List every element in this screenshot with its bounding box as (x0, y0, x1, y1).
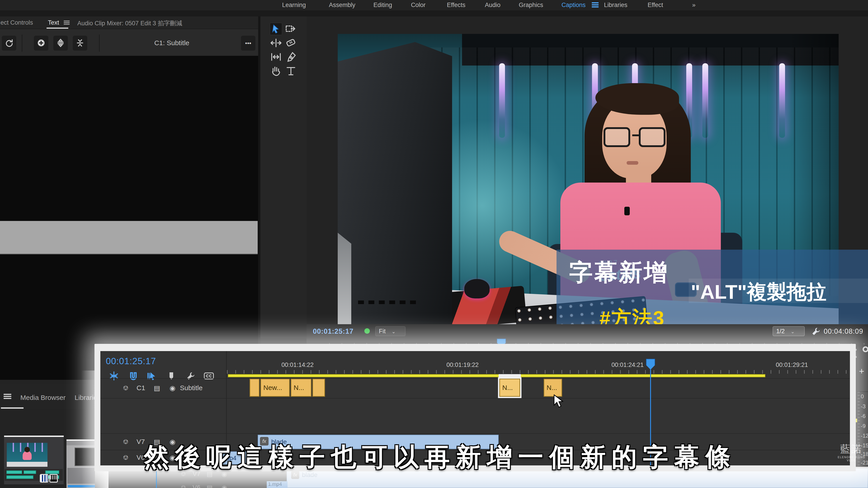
captions-cc-icon[interactable] (204, 371, 214, 381)
refresh-captions-button[interactable] (2, 36, 16, 51)
workspace-tab-audio[interactable]: Audio (485, 2, 500, 8)
pen-tool[interactable] (285, 51, 297, 63)
workspace-bar: Learning Assembly Editing Color Effects … (0, 0, 868, 10)
presenter-mouth (627, 161, 638, 165)
panel-divider[interactable] (258, 17, 260, 380)
caption-track-header-label: C1: Subtitle (133, 39, 210, 47)
caption-clip[interactable]: N... (544, 379, 562, 397)
playback-resolution-dropdown[interactable]: 1/2⌄ (773, 326, 805, 336)
active-tab-underline (1, 408, 24, 409)
glasses-bridge (632, 134, 640, 136)
lock-icon[interactable]: ⎊ (181, 484, 186, 488)
nest-sequences-icon[interactable] (109, 371, 119, 381)
snap-magnet-icon[interactable] (128, 371, 138, 381)
ruler-label: 00:01:14:22 (281, 361, 314, 368)
workspace-tab-editing[interactable]: Editing (373, 2, 392, 8)
program-timecode[interactable]: 00:01:25:17 (313, 327, 353, 335)
workspace-overflow-chevron-icon[interactable]: » (692, 2, 695, 8)
chevron-down-icon: ⌄ (791, 329, 795, 334)
tools-panel (260, 17, 307, 338)
ruler-ticks[interactable] (227, 370, 850, 374)
thumbnail-video-preview (7, 443, 48, 467)
tab-text[interactable]: Text (48, 19, 59, 26)
type-tool[interactable] (285, 65, 297, 77)
playhead-head[interactable] (646, 359, 655, 369)
workspace-tab-learning[interactable]: Learning (282, 2, 306, 8)
status-dot (364, 328, 370, 334)
thumbnail-presenter (23, 451, 32, 460)
more-options-button[interactable]: ••• (241, 36, 255, 51)
meter-knob-icon (863, 346, 868, 352)
slip-tool[interactable] (270, 51, 282, 63)
workspace-tab-captions[interactable]: Captions (561, 2, 586, 8)
burned-in-subtitle-text: 然後呢這樣子也可以再新增一個新的字幕條 (144, 440, 768, 474)
work-area-selected-segment (499, 374, 521, 377)
eye-icon[interactable]: ◉ (221, 484, 227, 488)
caption-track-label: Subtitle (180, 384, 203, 392)
workspace-tab-graphics[interactable]: Graphics (519, 2, 543, 8)
overlay-title-text: 字幕新增 (569, 257, 669, 289)
zoom-level-dropdown[interactable]: Fit⌄ (375, 326, 405, 336)
project-item-thumbnail[interactable] (4, 435, 64, 484)
hand-tool[interactable] (270, 65, 282, 77)
thumbnail-desk (7, 462, 48, 467)
timeline-settings-wrench-icon[interactable] (186, 371, 196, 381)
workspace-tab-effects[interactable]: Effects (447, 2, 465, 8)
track-targeting-icon[interactable]: ▤ (207, 484, 213, 488)
track-label: V6 (193, 484, 200, 488)
text-panel-toolbar: C1: Subtitle ••• (0, 29, 258, 56)
add-marker-icon[interactable] (166, 371, 176, 381)
caption-clip[interactable] (312, 379, 325, 397)
settings-wrench-icon[interactable] (811, 326, 821, 336)
caption-clip[interactable]: N... (291, 379, 311, 397)
chevron-down-icon: ⌄ (392, 329, 396, 334)
track-targeting-icon[interactable]: ▤ (154, 384, 160, 392)
lock-icon[interactable]: ⎊ (123, 454, 128, 462)
ripple-edit-tool[interactable] (270, 37, 282, 49)
ruler-label: 00:01:29:21 (776, 361, 808, 368)
workspace-tab-color[interactable]: Color (411, 2, 426, 8)
caption-clip-selected[interactable]: N... (499, 379, 520, 397)
tab-media-browser[interactable]: Media Browser (20, 394, 66, 401)
captions-menu-icon[interactable] (592, 2, 598, 8)
caption-clip[interactable] (250, 379, 259, 397)
workspace-tab-libraries[interactable]: Libraries (604, 2, 627, 8)
lock-icon[interactable]: ⎊ (123, 438, 128, 446)
ruler-label: 00:01:24:21 (612, 361, 644, 368)
linked-selection-icon[interactable] (147, 371, 157, 381)
monitor-stand (338, 233, 351, 324)
active-tab-underline (46, 28, 68, 29)
panel-menu-icon[interactable] (4, 394, 11, 400)
timeline-timecode[interactable]: 00:01:25:17 (106, 356, 156, 366)
selection-tool[interactable] (270, 23, 282, 35)
add-caption-button[interactable] (34, 36, 49, 51)
workspace-tab-assembly[interactable]: Assembly (329, 2, 355, 8)
lock-icon[interactable]: ⎊ (123, 384, 128, 392)
text-panel-menu-icon[interactable] (64, 21, 70, 25)
captions-list-area (0, 56, 258, 380)
mouse-cursor-icon (553, 394, 564, 409)
caption-clip[interactable]: New... (260, 379, 290, 397)
overlay-note-text: "ALT"複製拖拉 (691, 279, 827, 305)
toolbar-separator (99, 35, 100, 52)
navigate-captions-button[interactable] (53, 36, 68, 51)
audio-meter-panel: + 0 -3 -6 -9 -12 -15 -18 -21 (857, 345, 868, 488)
channel-watermark: 藍諾 ELENORE JIANG VLOG (835, 442, 868, 462)
video-clip-mp4[interactable]: 1.mp4 (267, 481, 287, 488)
eye-icon[interactable]: ◉ (169, 384, 176, 392)
filmstrip-badge-icon (40, 474, 49, 483)
add-track-button[interactable]: + (859, 366, 864, 377)
track-select-forward-tool[interactable] (285, 23, 297, 35)
toolbar-separator (22, 35, 22, 52)
razor-tool[interactable] (285, 37, 297, 49)
tab-audio-clip-mixer[interactable]: Audio Clip Mixer: 0507 Edit 3 掐字刪減 (77, 19, 182, 27)
sequence-out-duration: 00:04:08:09 (824, 327, 863, 335)
work-area-bar[interactable] (228, 374, 765, 377)
lavalier-mic (624, 207, 630, 215)
glasses-left-lens (603, 127, 630, 147)
window-gap (0, 10, 868, 17)
merge-captions-button[interactable] (73, 36, 87, 51)
selected-caption-row[interactable] (0, 221, 258, 254)
workspace-tab-effect[interactable]: Effect (648, 2, 663, 8)
tab-effect-controls[interactable]: ect Controls (0, 19, 33, 26)
